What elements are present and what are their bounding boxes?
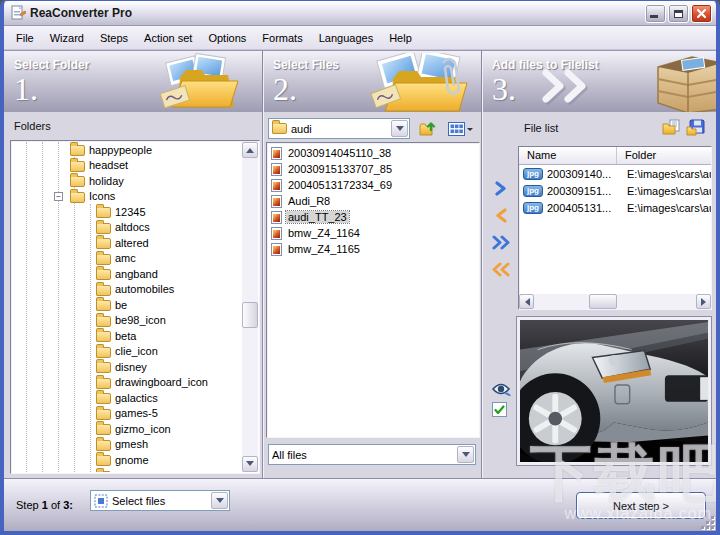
scroll-right-button[interactable]	[696, 294, 711, 309]
remove-all-files-button[interactable]	[488, 258, 514, 280]
tree-item[interactable]: angband	[12, 266, 242, 282]
tree-item[interactable]: holiday	[12, 173, 242, 189]
save-filelist-button[interactable]	[684, 116, 706, 138]
tree-collapse-icon[interactable]: −	[54, 192, 63, 201]
tree-item-label: beta	[115, 330, 136, 342]
file-item[interactable]: bmw_Z4_1164	[268, 225, 478, 241]
tree-item[interactable]: gnome	[12, 452, 242, 468]
folder-combo-dropdown-button[interactable]	[391, 120, 408, 137]
file-item[interactable]: 20030914045110_38	[268, 145, 478, 161]
tree-item[interactable]: gizmo_icon	[12, 421, 242, 437]
folder-icon	[96, 331, 111, 342]
filelist-row[interactable]: jpg200309151...E:\images\cars\au	[519, 182, 711, 199]
tree-item[interactable]: disney	[12, 359, 242, 375]
folder-combo[interactable]: audi	[268, 118, 410, 139]
tree-item[interactable]: be98_icon	[12, 313, 242, 329]
maximize-button[interactable]	[668, 4, 689, 23]
next-step-button[interactable]: Next step >	[576, 492, 706, 519]
auto-preview-checkbox[interactable]	[492, 402, 507, 417]
app-icon	[10, 5, 26, 21]
step-1-header: Select Folder 1.	[4, 51, 262, 112]
tree-item[interactable]: altdocs	[12, 220, 242, 236]
file-item[interactable]: Audi_R8	[268, 193, 478, 209]
resize-grip[interactable]	[701, 516, 714, 529]
tree-item[interactable]: be	[12, 297, 242, 313]
file-item[interactable]: 20040513172334_69	[268, 177, 478, 193]
tree-item[interactable]: gmesh	[12, 437, 242, 453]
menu-item-formats[interactable]: Formats	[254, 29, 310, 47]
menu-item-action-set[interactable]: Action set	[136, 29, 200, 47]
folder-icon	[96, 269, 111, 280]
tree-item[interactable]	[12, 468, 242, 473]
step-2-header: Select Files 2.	[262, 51, 481, 112]
hscrollbar-thumb[interactable]	[589, 294, 617, 309]
mode-combo-dropdown-button[interactable]	[211, 492, 228, 509]
jpg-badge-icon: jpg	[523, 185, 543, 197]
file-item[interactable]: audi_TT_23	[268, 209, 478, 225]
tree-item[interactable]: games-5	[12, 406, 242, 422]
tree-item-label: headset	[89, 159, 128, 171]
menu-item-options[interactable]: Options	[200, 29, 254, 47]
panel-divider	[481, 112, 483, 478]
add-all-files-button[interactable]	[488, 231, 514, 253]
open-filelist-button[interactable]	[660, 116, 682, 138]
file-item[interactable]: 20030915133707_85	[268, 161, 478, 177]
tree-item[interactable]: headset	[12, 158, 242, 174]
folder-icon	[96, 393, 111, 404]
menu-item-file[interactable]: File	[8, 29, 42, 47]
file-item-label: bmw_Z4_1164	[286, 227, 362, 239]
scroll-up-button[interactable]	[242, 142, 258, 158]
arrow-down-icon	[246, 461, 254, 470]
mode-combo[interactable]: Select files	[90, 490, 230, 511]
save-floppy-icon	[686, 119, 705, 136]
filelist-table-header[interactable]: Name Folder	[519, 147, 711, 165]
tree-item[interactable]: happypeople	[12, 142, 242, 158]
tree-item[interactable]: 12345	[12, 204, 242, 220]
open-folder-icon	[272, 123, 287, 134]
scroll-down-button[interactable]	[242, 456, 258, 472]
tree-item[interactable]: drawingboard_icon	[12, 375, 242, 391]
menu-item-help[interactable]: Help	[381, 29, 420, 47]
menu-item-wizard[interactable]: Wizard	[42, 29, 92, 47]
scroll-left-button[interactable]	[519, 294, 534, 309]
tree-item[interactable]: galactics	[12, 390, 242, 406]
column-header-name[interactable]: Name	[519, 147, 617, 164]
menu-item-steps[interactable]: Steps	[92, 29, 136, 47]
preview-toggle-button[interactable]	[488, 378, 514, 400]
minimize-button[interactable]	[645, 4, 666, 23]
tree-item[interactable]: −Icons	[12, 189, 242, 205]
filter-combo[interactable]: All files	[268, 444, 476, 465]
filelist-hscrollbar[interactable]	[519, 294, 711, 309]
tree-item-label: disney	[115, 361, 147, 373]
tree-item[interactable]: amc	[12, 251, 242, 267]
tree-item[interactable]: clie_icon	[12, 344, 242, 360]
tree-item-label: amc	[115, 252, 136, 264]
title-bar[interactable]: ReaConverter Pro	[4, 1, 716, 26]
folder-tree[interactable]: happypeopleheadsetholiday−Icons12345altd…	[10, 140, 260, 474]
file-item-label: 20030915133707_85	[286, 163, 394, 175]
close-button[interactable]	[691, 4, 712, 23]
tree-item[interactable]: automobiles	[12, 282, 242, 298]
menu-item-languages[interactable]: Languages	[311, 29, 381, 47]
tree-scrollbar[interactable]	[242, 142, 258, 472]
folders-panel-title: Folders	[14, 120, 51, 132]
remove-file-button[interactable]	[488, 204, 514, 226]
folder-document-icon	[662, 119, 681, 136]
filelist-row[interactable]: jpg200309140...E:\images\cars\au	[519, 165, 711, 182]
tree-item[interactable]: altered	[12, 235, 242, 251]
views-button[interactable]	[444, 118, 476, 140]
up-one-level-button[interactable]	[416, 118, 440, 140]
tree-item[interactable]: beta	[12, 328, 242, 344]
folder-icon	[70, 161, 85, 172]
filter-combo-dropdown-button[interactable]	[457, 446, 474, 463]
column-header-folder[interactable]: Folder	[617, 147, 711, 164]
filelist-rows: jpg200309140...E:\images\cars\aujpg20030…	[519, 165, 711, 216]
file-item[interactable]: bmw_Z4_1165	[268, 241, 478, 257]
menu-bar: FileWizardStepsAction setOptionsFormatsL…	[4, 26, 716, 50]
file-listbox[interactable]: 20030914045110_3820030915133707_85200405…	[266, 142, 480, 438]
filelist-table[interactable]: Name Folder jpg200309140...E:\images\car…	[518, 146, 712, 310]
step-3-header: Add files to Filelist 3.	[481, 51, 716, 112]
scrollbar-thumb[interactable]	[242, 302, 258, 328]
filelist-row[interactable]: jpg200405131...E:\images\cars\au	[519, 199, 711, 216]
add-file-button[interactable]	[488, 177, 514, 199]
